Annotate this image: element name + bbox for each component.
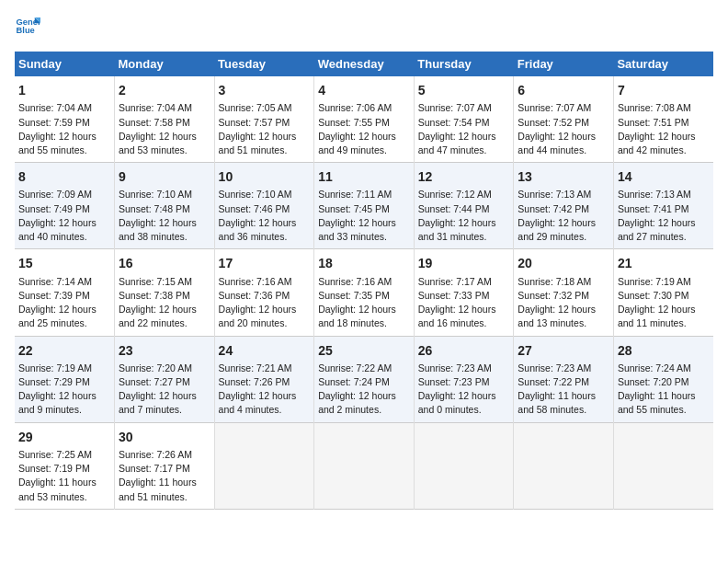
day-number: 7 xyxy=(618,81,710,99)
calendar-cell: 28Sunrise: 7:24 AMSunset: 7:20 PMDayligh… xyxy=(613,336,713,422)
daylight-text: Daylight: 12 hours and 44 minutes. xyxy=(518,131,596,155)
daylight-text: Daylight: 12 hours and 55 minutes. xyxy=(18,131,97,155)
daylight-text: Daylight: 12 hours and 20 minutes. xyxy=(219,304,297,328)
sunrise-text: Sunrise: 7:13 AM xyxy=(618,189,691,200)
sunset-text: Sunset: 7:17 PM xyxy=(119,463,190,474)
daylight-text: Daylight: 12 hours and 2 minutes. xyxy=(318,390,396,415)
day-number: 13 xyxy=(518,167,609,186)
sunrise-text: Sunrise: 7:11 AM xyxy=(318,189,392,200)
sunset-text: Sunset: 7:59 PM xyxy=(18,117,90,128)
col-header-tuesday: Tuesday xyxy=(214,52,314,76)
sunrise-text: Sunrise: 7:26 AM xyxy=(119,449,192,460)
sunset-text: Sunset: 7:23 PM xyxy=(418,376,490,387)
calendar-cell: 29Sunrise: 7:25 AMSunset: 7:19 PMDayligh… xyxy=(15,422,115,509)
daylight-text: Daylight: 12 hours and 31 minutes. xyxy=(418,217,496,242)
calendar-cell: 14Sunrise: 7:13 AMSunset: 7:41 PMDayligh… xyxy=(613,163,713,249)
day-number: 23 xyxy=(119,341,210,360)
calendar-cell: 25Sunrise: 7:22 AMSunset: 7:24 PMDayligh… xyxy=(314,336,415,422)
sunrise-text: Sunrise: 7:13 AM xyxy=(518,189,591,200)
calendar-cell: 11Sunrise: 7:11 AMSunset: 7:45 PMDayligh… xyxy=(314,163,415,249)
col-header-thursday: Thursday xyxy=(414,52,514,76)
day-number: 27 xyxy=(518,341,609,360)
calendar-cell: 16Sunrise: 7:15 AMSunset: 7:38 PMDayligh… xyxy=(115,249,215,336)
day-number: 25 xyxy=(318,341,410,360)
sunrise-text: Sunrise: 7:08 AM xyxy=(618,102,691,113)
sunset-text: Sunset: 7:45 PM xyxy=(318,203,390,214)
sunset-text: Sunset: 7:27 PM xyxy=(119,376,190,387)
sunrise-text: Sunrise: 7:22 AM xyxy=(318,362,392,373)
calendar-cell: 18Sunrise: 7:16 AMSunset: 7:35 PMDayligh… xyxy=(314,249,415,336)
day-number: 8 xyxy=(18,167,110,186)
day-number: 21 xyxy=(618,254,710,272)
daylight-text: Daylight: 12 hours and 4 minutes. xyxy=(219,390,297,415)
sunset-text: Sunset: 7:51 PM xyxy=(618,117,689,128)
calendar-week-5: 29Sunrise: 7:25 AMSunset: 7:19 PMDayligh… xyxy=(15,422,713,509)
daylight-text: Daylight: 12 hours and 33 minutes. xyxy=(318,217,396,242)
sunset-text: Sunset: 7:46 PM xyxy=(219,203,290,214)
sunrise-text: Sunrise: 7:25 AM xyxy=(18,449,92,460)
calendar-cell: 9Sunrise: 7:10 AMSunset: 7:48 PMDaylight… xyxy=(115,163,215,249)
sunset-text: Sunset: 7:35 PM xyxy=(318,290,390,301)
sunrise-text: Sunrise: 7:09 AM xyxy=(18,189,92,200)
calendar-week-3: 15Sunrise: 7:14 AMSunset: 7:39 PMDayligh… xyxy=(15,249,713,336)
sunset-text: Sunset: 7:22 PM xyxy=(518,376,589,387)
day-number: 2 xyxy=(119,81,210,99)
daylight-text: Daylight: 12 hours and 51 minutes. xyxy=(219,131,297,155)
sunrise-text: Sunrise: 7:10 AM xyxy=(119,189,192,200)
daylight-text: Daylight: 12 hours and 7 minutes. xyxy=(119,390,197,415)
col-header-friday: Friday xyxy=(514,52,614,76)
sunrise-text: Sunrise: 7:07 AM xyxy=(418,102,492,113)
logo-icon: General Blue xyxy=(15,15,40,40)
sunset-text: Sunset: 7:49 PM xyxy=(18,203,90,214)
day-number: 17 xyxy=(219,254,311,272)
calendar-cell: 22Sunrise: 7:19 AMSunset: 7:29 PMDayligh… xyxy=(15,336,115,422)
daylight-text: Daylight: 12 hours and 47 minutes. xyxy=(418,131,496,155)
calendar-cell: 26Sunrise: 7:23 AMSunset: 7:23 PMDayligh… xyxy=(414,336,514,422)
sunset-text: Sunset: 7:41 PM xyxy=(618,203,689,214)
col-header-monday: Monday xyxy=(115,52,215,76)
day-number: 9 xyxy=(119,167,210,186)
sunset-text: Sunset: 7:57 PM xyxy=(219,117,290,128)
daylight-text: Daylight: 11 hours and 58 minutes. xyxy=(518,390,596,415)
calendar-cell: 3Sunrise: 7:05 AMSunset: 7:57 PMDaylight… xyxy=(214,76,314,163)
daylight-text: Daylight: 12 hours and 16 minutes. xyxy=(418,304,496,328)
calendar-cell xyxy=(314,422,415,509)
calendar-cell xyxy=(514,422,614,509)
sunset-text: Sunset: 7:30 PM xyxy=(618,290,689,301)
calendar-cell: 27Sunrise: 7:23 AMSunset: 7:22 PMDayligh… xyxy=(514,336,614,422)
logo: General Blue xyxy=(15,15,40,40)
daylight-text: Daylight: 12 hours and 49 minutes. xyxy=(318,131,396,155)
day-number: 5 xyxy=(418,81,510,99)
day-number: 16 xyxy=(119,254,210,272)
sunset-text: Sunset: 7:36 PM xyxy=(219,290,290,301)
calendar-week-2: 8Sunrise: 7:09 AMSunset: 7:49 PMDaylight… xyxy=(15,163,713,249)
sunset-text: Sunset: 7:20 PM xyxy=(618,376,689,387)
day-number: 10 xyxy=(219,167,311,186)
sunset-text: Sunset: 7:26 PM xyxy=(219,376,290,387)
sunrise-text: Sunrise: 7:16 AM xyxy=(219,276,292,287)
sunrise-text: Sunrise: 7:04 AM xyxy=(119,102,192,113)
calendar-cell: 23Sunrise: 7:20 AMSunset: 7:27 PMDayligh… xyxy=(115,336,215,422)
calendar-cell: 24Sunrise: 7:21 AMSunset: 7:26 PMDayligh… xyxy=(214,336,314,422)
daylight-text: Daylight: 11 hours and 55 minutes. xyxy=(618,390,696,415)
calendar-cell xyxy=(613,422,713,509)
calendar-cell: 19Sunrise: 7:17 AMSunset: 7:33 PMDayligh… xyxy=(414,249,514,336)
day-number: 28 xyxy=(618,341,710,360)
calendar-week-4: 22Sunrise: 7:19 AMSunset: 7:29 PMDayligh… xyxy=(15,336,713,422)
day-number: 1 xyxy=(18,81,110,99)
sunrise-text: Sunrise: 7:20 AM xyxy=(119,362,192,373)
calendar-cell: 30Sunrise: 7:26 AMSunset: 7:17 PMDayligh… xyxy=(115,422,215,509)
day-number: 3 xyxy=(219,81,311,99)
day-number: 22 xyxy=(18,341,110,360)
daylight-text: Daylight: 12 hours and 0 minutes. xyxy=(418,390,496,415)
sunset-text: Sunset: 7:52 PM xyxy=(518,117,589,128)
sunset-text: Sunset: 7:33 PM xyxy=(418,290,490,301)
daylight-text: Daylight: 12 hours and 9 minutes. xyxy=(18,390,97,415)
sunrise-text: Sunrise: 7:24 AM xyxy=(618,362,691,373)
calendar-cell: 8Sunrise: 7:09 AMSunset: 7:49 PMDaylight… xyxy=(15,163,115,249)
sunset-text: Sunset: 7:58 PM xyxy=(119,117,190,128)
daylight-text: Daylight: 12 hours and 13 minutes. xyxy=(518,304,596,328)
sunrise-text: Sunrise: 7:17 AM xyxy=(418,276,492,287)
daylight-text: Daylight: 12 hours and 18 minutes. xyxy=(318,304,396,328)
sunrise-text: Sunrise: 7:23 AM xyxy=(518,362,591,373)
